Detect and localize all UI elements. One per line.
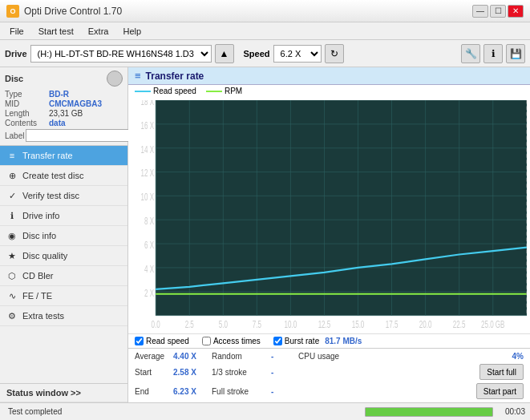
- status-time: 00:03: [496, 407, 525, 416]
- main-layout: Disc Type BD-R MID CMCMAGBA3 Length 23,3…: [0, 67, 530, 402]
- stats-average-value: 4.40 X: [173, 352, 208, 361]
- disc-title: Disc: [5, 74, 23, 83]
- speed-select[interactable]: 6.2 X: [273, 45, 322, 63]
- app-title: Opti Drive Control 1.70: [24, 6, 122, 17]
- access-times-checkbox[interactable]: [202, 337, 211, 345]
- menu-help[interactable]: Help: [116, 25, 148, 38]
- stats-average-label: Average: [135, 352, 170, 361]
- nav-item-verify-test-disc[interactable]: ✓ Verify test disc: [0, 186, 127, 206]
- burst-rate-checkbox-item: Burst rate 81.7 MB/s: [273, 337, 362, 345]
- nav-label-verify-test-disc: Verify test disc: [22, 191, 79, 200]
- progress-bar: [365, 407, 493, 417]
- stats-end-label: End: [135, 387, 170, 396]
- read-speed-checkbox-item: Read speed: [135, 337, 189, 345]
- nav-icon-disc-info: ◉: [6, 230, 18, 241]
- disc-length-label: Length: [5, 109, 49, 118]
- nav-label-extra-tests: Extra tests: [22, 311, 64, 321]
- minimize-button[interactable]: —: [472, 5, 488, 18]
- start-full-button[interactable]: Start full: [479, 364, 524, 380]
- nav-item-disc-info[interactable]: ◉ Disc info: [0, 226, 127, 246]
- stats-row-average: Average 4.40 X Random - CPU usage 4%: [135, 350, 524, 362]
- svg-text:14 X: 14 X: [141, 144, 155, 155]
- disc-contents-value: data: [49, 119, 66, 127]
- disc-label-input[interactable]: [26, 129, 129, 142]
- access-times-checkbox-label: Access times: [213, 337, 261, 345]
- nav-item-extra-tests[interactable]: ⚙ Extra tests: [0, 306, 127, 326]
- disc-section: Disc Type BD-R MID CMCMAGBA3 Length 23,3…: [0, 67, 127, 146]
- stats-full-stroke-value: -: [271, 387, 295, 396]
- svg-text:20.0: 20.0: [419, 319, 432, 329]
- stats-end-value: 6.23 X: [173, 387, 208, 396]
- svg-text:8 X: 8 X: [144, 216, 154, 227]
- svg-text:4 X: 4 X: [144, 264, 154, 274]
- drive-label: Drive: [5, 49, 27, 59]
- stats-start-label: Start: [135, 368, 170, 377]
- disc-length-value: 23,31 GB: [49, 109, 83, 118]
- eject-button[interactable]: ▲: [215, 44, 234, 63]
- disc-icon: [107, 71, 123, 87]
- nav-icon-disc-quality: ★: [6, 250, 18, 261]
- maximize-button[interactable]: ☐: [490, 5, 506, 18]
- svg-text:0.0: 0.0: [152, 319, 160, 329]
- left-panel: Disc Type BD-R MID CMCMAGBA3 Length 23,3…: [0, 67, 128, 402]
- disc-label-key: Label: [5, 131, 24, 140]
- chart-area: 18 X 16 X 14 X 12 X 10 X 8 X 6 X 4 X 2 X…: [128, 97, 530, 333]
- drive-select[interactable]: (H:) HL-DT-ST BD-RE WH16NS48 1.D3: [30, 45, 212, 63]
- menu-start-test[interactable]: Start test: [32, 25, 80, 38]
- svg-text:25.0 GB: 25.0 GB: [481, 319, 505, 329]
- menu-file[interactable]: File: [3, 25, 30, 38]
- stats-row-start: Start 2.58 X 1/3 stroke - Start full: [135, 362, 524, 382]
- access-times-checkbox-item: Access times: [202, 337, 261, 345]
- stats-cpu-label: CPU usage: [298, 352, 480, 361]
- save-button[interactable]: 💾: [506, 44, 525, 63]
- nav-item-transfer-rate[interactable]: ≡ Transfer rate: [0, 146, 127, 166]
- speed-label: Speed: [244, 49, 270, 59]
- stats-cpu-value: 4%: [483, 352, 524, 361]
- status-bar: Test completed 00:03: [0, 402, 530, 420]
- start-part-button[interactable]: Start part: [476, 383, 524, 399]
- svg-text:10 X: 10 X: [141, 192, 155, 203]
- disc-type-value: BD-R: [49, 90, 69, 99]
- svg-text:15.0: 15.0: [352, 319, 365, 329]
- read-speed-checkbox[interactable]: [135, 337, 144, 345]
- toolbar: Drive (H:) HL-DT-ST BD-RE WH16NS48 1.D3 …: [0, 40, 530, 67]
- svg-text:6 X: 6 X: [144, 240, 154, 250]
- legend-rpm-label: RPM: [225, 87, 242, 95]
- nav-icon-transfer-rate: ≡: [6, 150, 18, 161]
- legend-rpm-color: [206, 91, 222, 92]
- svg-text:18 X: 18 X: [141, 100, 155, 107]
- svg-text:10.0: 10.0: [285, 319, 297, 329]
- config-button[interactable]: 🔧: [461, 44, 480, 63]
- nav-item-create-test-disc[interactable]: ⊕ Create test disc: [0, 166, 127, 186]
- menu-bar: File Start test Extra Help: [0, 22, 530, 40]
- status-window-item[interactable]: Status window >>: [0, 383, 127, 402]
- stats-1-3-label: 1/3 stroke: [212, 368, 268, 377]
- disc-header: Disc: [5, 71, 123, 87]
- svg-text:2.5: 2.5: [185, 319, 194, 329]
- menu-extra[interactable]: Extra: [82, 25, 115, 38]
- svg-text:12.5: 12.5: [318, 319, 331, 329]
- read-speed-checkbox-label: Read speed: [146, 337, 189, 345]
- nav-item-disc-quality[interactable]: ★ Disc quality: [0, 246, 127, 266]
- burst-rate-checkbox[interactable]: [273, 337, 282, 345]
- status-text: Test completed: [5, 407, 65, 416]
- stats-random-value: -: [271, 352, 295, 361]
- nav-icon-verify-test-disc: ✓: [6, 190, 18, 201]
- nav-icon-create-test-disc: ⊕: [6, 170, 18, 181]
- nav-label-drive-info: Drive info: [22, 211, 59, 220]
- stats-row-end: End 6.23 X Full stroke - Start part: [135, 382, 524, 401]
- nav-item-fe-te[interactable]: ∿ FE / TE: [0, 286, 127, 306]
- disc-mid-label: MID: [5, 99, 49, 108]
- refresh-button[interactable]: ↻: [325, 44, 344, 63]
- nav-icon-drive-info: ℹ: [6, 210, 18, 221]
- nav-item-cd-bler[interactable]: ⬡ CD Bler: [0, 266, 127, 286]
- disc-type-label: Type: [5, 90, 49, 99]
- legend-read-color: [135, 91, 151, 92]
- svg-text:17.5: 17.5: [386, 319, 399, 329]
- close-button[interactable]: ✕: [508, 5, 524, 18]
- info-button[interactable]: ℹ: [483, 44, 503, 63]
- svg-text:12 X: 12 X: [141, 168, 155, 179]
- nav-label-disc-quality: Disc quality: [22, 251, 67, 260]
- nav-item-drive-info[interactable]: ℹ Drive info: [0, 206, 127, 226]
- stats-area: Average 4.40 X Random - CPU usage 4% Sta…: [128, 348, 530, 402]
